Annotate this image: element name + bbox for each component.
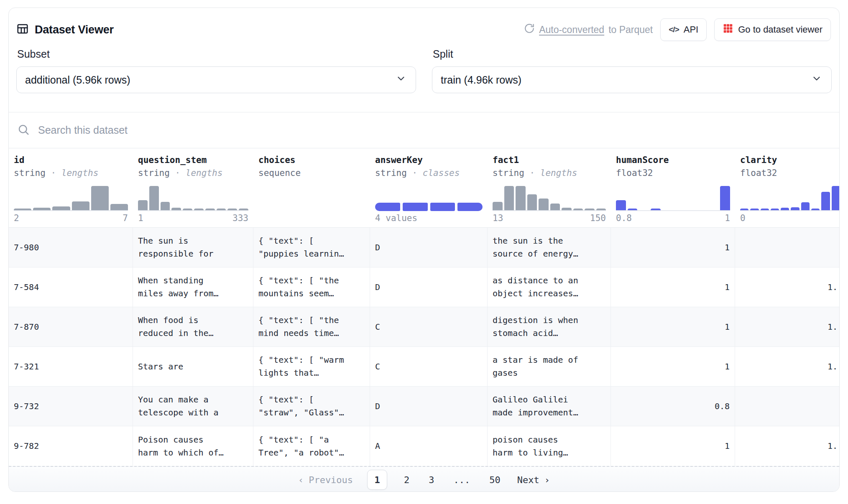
auto-converted-label: Auto-converted (539, 24, 604, 36)
cell-question-stem[interactable]: When food is reduced in the… (133, 307, 253, 346)
cell-id[interactable]: 7-584 (9, 267, 133, 307)
clarity-histogram[interactable] (740, 185, 840, 211)
next-label: Next (517, 475, 539, 485)
split-select[interactable]: train (4.96k rows) (432, 66, 832, 93)
next-button[interactable]: Next › (517, 475, 550, 485)
api-button-label: API (684, 24, 698, 35)
previous-label: Previous (309, 475, 353, 485)
cell-answerkey[interactable]: C (370, 307, 488, 346)
cell-fact1[interactable]: as distance to an object increases… (488, 267, 611, 307)
cell-clarity[interactable] (735, 387, 840, 426)
search-row (9, 112, 839, 148)
column-name: id (14, 155, 128, 165)
cell-humanscore[interactable]: 0.8 (611, 387, 735, 426)
cell-id[interactable]: 7-980 (9, 228, 133, 267)
page-50-button[interactable]: 50 (487, 475, 503, 485)
red-grid-icon (723, 23, 733, 36)
cell-fact1[interactable]: Galileo Galilei made improvement… (488, 387, 611, 426)
cell-choices[interactable]: { "text": [ "straw", "Glass"… (253, 387, 370, 426)
id-histogram[interactable] (14, 185, 128, 211)
column-header-humanscore: humanScore float32 0.81 (611, 148, 735, 227)
cell-answerkey[interactable]: C (370, 347, 488, 386)
go-to-dataset-viewer-button[interactable]: Go to dataset viewer (714, 18, 831, 41)
cell-choices[interactable]: { "text": [ "the mountains seem… (253, 267, 370, 307)
column-header-clarity: clarity float32 0 (735, 148, 840, 227)
api-button[interactable]: </> API (660, 18, 707, 41)
column-header-question-stem: question_stem string · lengths 1333 (133, 148, 253, 227)
cell-fact1[interactable]: digestion is when stomach acid… (488, 307, 611, 346)
cell-question-stem[interactable]: When standing miles away from… (133, 267, 253, 307)
cell-question-stem[interactable]: Poison causes harm to which of… (133, 426, 253, 466)
column-name: humanScore (616, 155, 730, 165)
cell-clarity[interactable]: 1. (735, 347, 840, 386)
cell-clarity[interactable]: 1. (735, 267, 840, 307)
cell-choices[interactable]: { "text": [ "puppies learnin… (253, 228, 370, 267)
column-name: choices (258, 155, 365, 165)
page-title: Dataset Viewer (35, 23, 114, 36)
refresh-icon (524, 23, 535, 36)
chevron-down-icon (811, 73, 822, 87)
split-label: Split (433, 48, 832, 60)
cell-humanscore[interactable]: 1 (611, 426, 735, 466)
dataset-viewer-card: Dataset Viewer Auto-converted to Parquet… (8, 8, 840, 492)
search-input[interactable] (38, 124, 831, 136)
cell-id[interactable]: 7-870 (9, 307, 133, 346)
answerkey-class-bar[interactable] (375, 203, 483, 211)
page-3-button[interactable]: 3 (426, 475, 437, 485)
table-row[interactable]: 7-321 Stars are { "text": [ "warm lights… (9, 347, 839, 387)
table-row[interactable]: 7-980 The sun is responsible for { "text… (9, 228, 839, 267)
cell-choices[interactable]: { "text": [ "a Tree", "a robot"… (253, 426, 370, 466)
split-select-value: train (4.96k rows) (441, 74, 521, 86)
cell-id[interactable]: 9-732 (9, 387, 133, 426)
cell-question-stem[interactable]: Stars are (133, 347, 253, 386)
subset-label: Subset (17, 48, 416, 60)
cell-clarity[interactable] (735, 228, 840, 267)
cell-id[interactable]: 9-782 (9, 426, 133, 466)
table-row[interactable]: 9-782 Poison causes harm to which of… { … (9, 426, 839, 466)
cell-choices[interactable]: { "text": [ "the mind needs time… (253, 307, 370, 346)
cell-id[interactable]: 7-321 (9, 347, 133, 386)
table-row[interactable]: 7-584 When standing miles away from… { "… (9, 267, 839, 307)
cell-humanscore[interactable]: 1 (611, 347, 735, 386)
cell-humanscore[interactable]: 1 (611, 267, 735, 307)
cell-question-stem[interactable]: The sun is responsible for (133, 228, 253, 267)
column-header-answerkey: answerKey string · classes 4 values (370, 148, 488, 227)
column-header-fact1: fact1 string · lengths 13150 (488, 148, 611, 227)
page-2-button[interactable]: 2 (401, 475, 412, 485)
subset-split-controls: Subset additional (5.96k rows) Split tra… (9, 41, 839, 112)
subset-select-value: additional (5.96k rows) (25, 74, 130, 86)
cell-answerkey[interactable]: D (370, 228, 488, 267)
code-icon: </> (669, 25, 679, 34)
cell-choices[interactable]: { "text": [ "warm lights that… (253, 347, 370, 386)
cell-fact1[interactable]: the sun is the source of energy… (488, 228, 611, 267)
table-icon (16, 23, 29, 37)
question-stem-histogram[interactable] (138, 185, 248, 211)
page-1-button[interactable]: 1 (367, 470, 387, 490)
cell-humanscore[interactable]: 1 (611, 228, 735, 267)
table-row[interactable]: 9-732 You can make a telescope with a { … (9, 387, 839, 426)
cell-clarity[interactable]: 1. (735, 426, 840, 466)
cell-answerkey[interactable]: D (370, 267, 488, 307)
cell-humanscore[interactable]: 1 (611, 307, 735, 346)
table-row[interactable]: 7-870 When food is reduced in the… { "te… (9, 307, 839, 347)
page-ellipsis: ... (451, 475, 473, 485)
chevron-right-icon: › (544, 475, 550, 485)
chevron-left-icon: ‹ (298, 475, 304, 485)
column-header-choices: choices sequence (253, 148, 370, 227)
humanscore-histogram[interactable] (616, 185, 730, 211)
pagination-bar: ‹ Previous 1 2 3 ... 50 Next › (9, 466, 839, 492)
cell-fact1[interactable]: poison causes harm to living… (488, 426, 611, 466)
cell-clarity[interactable]: 1. (735, 307, 840, 346)
go-to-dataset-viewer-label: Go to dataset viewer (738, 24, 822, 35)
column-name: clarity (740, 155, 840, 165)
cell-question-stem[interactable]: You can make a telescope with a (133, 387, 253, 426)
previous-button[interactable]: ‹ Previous (298, 475, 353, 485)
auto-converted-link[interactable]: Auto-converted to Parquet (524, 23, 653, 36)
chevron-down-icon (396, 73, 406, 87)
cell-fact1[interactable]: a star is made of gases (488, 347, 611, 386)
subset-select[interactable]: additional (5.96k rows) (16, 66, 416, 93)
table-header: id string · lengths 27 question_stem str… (9, 148, 839, 228)
fact1-histogram[interactable] (493, 185, 606, 211)
cell-answerkey[interactable]: A (370, 426, 488, 466)
cell-answerkey[interactable]: D (370, 387, 488, 426)
